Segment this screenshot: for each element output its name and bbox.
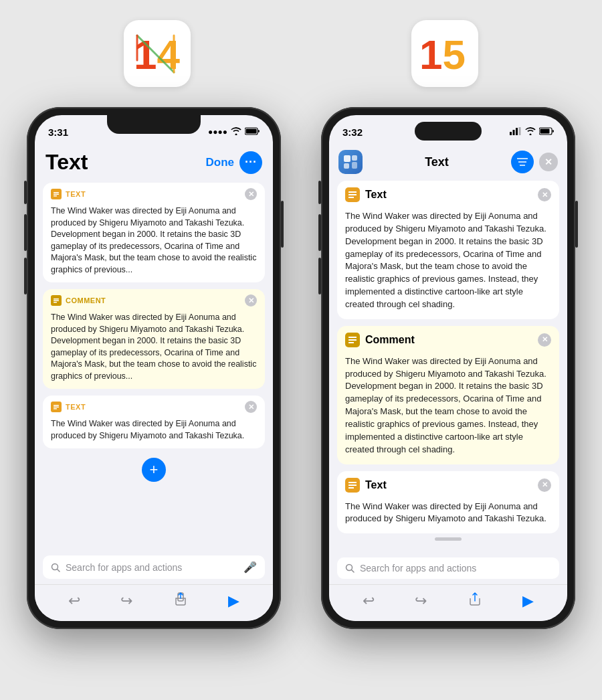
ios14-card3-icon [51, 402, 62, 412]
svg-rect-35 [348, 337, 357, 338]
ios14-add-button[interactable]: + [142, 458, 166, 482]
svg-rect-7 [54, 192, 59, 193]
ios15-undo-button[interactable]: ↩ [363, 592, 375, 610]
ios15-search-icon [345, 563, 355, 573]
ios15-redo-button[interactable]: ↪ [415, 592, 427, 610]
svg-rect-20 [513, 130, 515, 135]
ios14-card2-icon [51, 295, 62, 306]
ios15-card2-close[interactable]: ✕ [538, 333, 551, 347]
svg-rect-28 [352, 162, 357, 169]
svg-rect-40 [348, 487, 354, 489]
ios14-screen: 3:31 ●●●● Text Done [35, 115, 273, 621]
ios14-card2-type: COMMENT [51, 295, 106, 306]
ios14-card3-close[interactable]: ✕ [245, 401, 257, 413]
ios14-badge: 14 [124, 20, 191, 87]
ios14-card2-close[interactable]: ✕ [245, 294, 257, 307]
ios15-search-bar[interactable]: Search for apps and actions [337, 557, 559, 579]
ios15-close-button[interactable]: ✕ [539, 153, 558, 171]
svg-rect-25 [344, 155, 350, 162]
ios14-page-title: Text [45, 150, 88, 175]
ios14-done-button[interactable]: Done [206, 156, 235, 169]
ios15-screen: 3:32 [329, 115, 567, 621]
ios14-header: Text Done ··· [35, 145, 273, 183]
svg-rect-10 [54, 298, 59, 300]
ios14-card3-body: The Wind Waker was directed by Eiji Aonu… [43, 416, 265, 448]
svg-rect-26 [352, 155, 357, 161]
svg-rect-14 [54, 407, 59, 408]
ios14-status-icons: ●●●● [208, 127, 260, 137]
svg-rect-11 [54, 300, 59, 302]
ios14-time: 3:31 [48, 126, 68, 138]
ios15-card1-close[interactable]: ✕ [538, 188, 551, 201]
ios14-search-placeholder: Search for apps and actions [66, 562, 182, 573]
ios14-comment-card: COMMENT ✕ The Wind Waker was directed by… [43, 289, 265, 389]
ios15-card2-body: The Wind Waker was directed by Eiji Aonu… [337, 351, 559, 464]
ios14-text-card-1: TEXT ✕ The Wind Waker was directed by Ei… [43, 183, 265, 282]
ios14-play-button[interactable]: ▶ [228, 592, 239, 610]
ios15-time: 3:32 [342, 126, 363, 138]
ios15-card3-icon [345, 478, 360, 493]
ios15-play-button[interactable]: ▶ [522, 592, 534, 610]
ios15-shortcuts-list: Text ✕ The Wind Waker was directed by Ei… [329, 181, 567, 533]
ios14-undo-button[interactable]: ↩ [68, 592, 80, 610]
dynamic-island [415, 122, 482, 141]
version-logos: 14 15 [13, 20, 589, 87]
ios15-card3-title: Text [345, 478, 387, 493]
svg-rect-37 [348, 342, 354, 343]
svg-rect-21 [516, 128, 518, 135]
ios15-share-button[interactable] [468, 592, 482, 610]
ios15-card3-close[interactable]: ✕ [538, 478, 551, 492]
svg-rect-32 [348, 191, 357, 193]
phones-comparison: 3:31 ●●●● Text Done [13, 107, 589, 629]
notch [107, 115, 201, 134]
ios15-page-title: Text [425, 155, 449, 169]
svg-rect-12 [54, 302, 57, 303]
ios15-search-placeholder: Search for apps and actions [360, 563, 476, 574]
ios14-card1-body: The Wind Waker was directed by Eiji Aonu… [43, 203, 265, 282]
svg-rect-36 [348, 339, 357, 341]
svg-rect-34 [348, 197, 354, 198]
ios15-nav: Text ✕ [329, 145, 567, 181]
svg-line-42 [352, 570, 355, 573]
ios15-signal-icon [510, 127, 522, 137]
ios14-mic-icon: 🎤 [243, 561, 257, 574]
ios14-search-container: Search for apps and actions 🎤 [35, 550, 273, 584]
scroll-handle [435, 537, 462, 541]
ios15-wifi-icon [525, 127, 536, 137]
ios14-more-button[interactable]: ··· [239, 151, 262, 174]
ios15-battery-icon [539, 127, 554, 137]
svg-text:15: 15 [419, 31, 466, 77]
search-icon [51, 563, 60, 572]
ios15-text-card-1: Text ✕ The Wind Waker was directed by Ei… [337, 181, 559, 319]
ios15-search-container: Search for apps and actions [329, 552, 567, 584]
ios14-share-button[interactable] [173, 592, 188, 610]
svg-rect-15 [54, 408, 57, 410]
svg-rect-19 [510, 132, 512, 135]
ios15-card1-icon [345, 187, 360, 202]
ios14-card3-type: TEXT [51, 402, 86, 412]
ios15-card2-title: Comment [345, 333, 415, 347]
ios14-toolbar: ↩ ↪ ▶ [35, 584, 273, 621]
ios15-badge: 15 [411, 20, 478, 87]
ios15-card3-body: The Wind Waker was directed by Eiji Aonu… [337, 497, 559, 534]
ios14-redo-button[interactable]: ↪ [120, 592, 132, 610]
svg-rect-38 [348, 482, 357, 483]
ios14-card1-icon [51, 189, 62, 199]
svg-rect-33 [348, 194, 357, 195]
ios15-status-icons [510, 127, 554, 137]
signal-icon: ●●●● [208, 127, 227, 137]
ios14-text-card-3: TEXT ✕ The Wind Waker was directed by Ei… [43, 396, 265, 448]
svg-line-17 [58, 569, 60, 572]
wifi-icon [231, 127, 241, 137]
svg-rect-9 [54, 195, 57, 197]
ios15-phone: 3:32 [321, 107, 575, 629]
svg-rect-24 [540, 128, 550, 133]
ios14-card1-close[interactable]: ✕ [245, 188, 257, 200]
ios14-search-bar[interactable]: Search for apps and actions 🎤 [43, 555, 265, 579]
svg-rect-8 [54, 194, 59, 195]
ios15-card1-title: Text [345, 187, 387, 202]
ios14-shortcuts-list: TEXT ✕ The Wind Waker was directed by Ei… [35, 183, 273, 448]
ios15-filter-button[interactable] [511, 151, 534, 173]
ios15-card2-icon [345, 333, 360, 347]
svg-rect-27 [344, 163, 349, 169]
